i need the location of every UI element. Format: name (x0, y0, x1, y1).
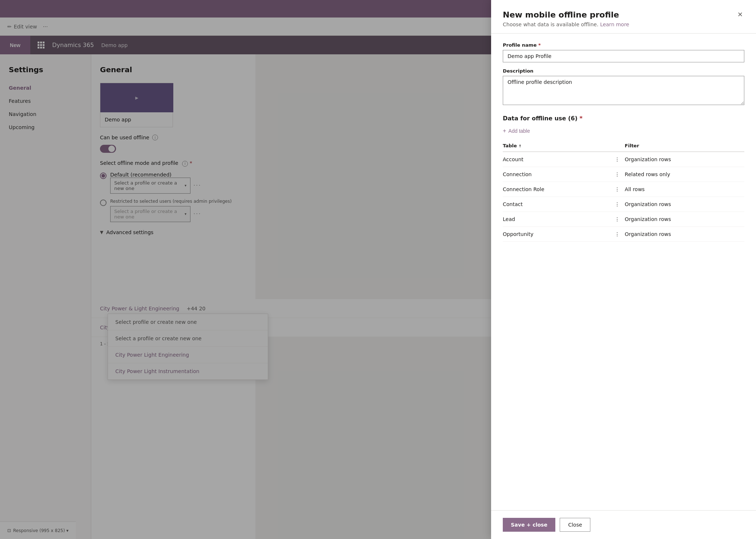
row-filter: Organization rows (625, 212, 744, 227)
profile-name-required: * (538, 42, 541, 48)
row-table-name: Lead (503, 212, 610, 227)
data-section-title: Data for offline use (6) * (503, 115, 583, 122)
row-actions-menu[interactable]: ⋮ (610, 197, 625, 212)
row-filter: Organization rows (625, 152, 744, 167)
description-textarea[interactable]: Offline profile description (503, 76, 744, 105)
row-table-name: Opportunity (503, 227, 610, 242)
table-row: Contact ⋮ Organization rows (503, 197, 744, 212)
close-button[interactable]: Close (560, 518, 590, 532)
table-col-header[interactable]: Table ↑ (503, 140, 610, 152)
description-field-group: Description Offline profile description (503, 68, 744, 106)
row-table-name: Connection (503, 167, 610, 182)
data-section-header: Data for offline use (6) * (503, 115, 744, 122)
row-table-name: Connection Role (503, 182, 610, 197)
row-filter: All rows (625, 182, 744, 197)
table-row: Connection Role ⋮ All rows (503, 182, 744, 197)
row-table-name: Contact (503, 197, 610, 212)
offline-data-table: Table ↑ Filter Account ⋮ Organization ro… (503, 140, 744, 242)
sort-arrow-icon: ↑ (518, 144, 521, 148)
modal-body: Profile name * Description Offline profi… (491, 34, 756, 510)
profile-name-field-group: Profile name * (503, 42, 744, 62)
modal-header: New mobile offline profile Choose what d… (491, 0, 756, 34)
filter-col-header: Filter (625, 140, 744, 152)
plus-icon: + (503, 128, 506, 134)
add-table-button[interactable]: + Add table (503, 128, 530, 134)
table-row: Connection ⋮ Related rows only (503, 167, 744, 182)
row-filter: Related rows only (625, 167, 744, 182)
save-close-button[interactable]: Save + close (503, 518, 555, 532)
table-row: Account ⋮ Organization rows (503, 152, 744, 167)
row-actions-menu[interactable]: ⋮ (610, 212, 625, 227)
row-actions-menu[interactable]: ⋮ (610, 167, 625, 182)
table-header-row: Table ↑ Filter (503, 140, 744, 152)
actions-col-header (610, 140, 625, 152)
row-actions-menu[interactable]: ⋮ (610, 152, 625, 167)
modal-subtitle: Choose what data is available offline. L… (503, 22, 744, 27)
profile-name-input[interactable] (503, 50, 744, 62)
table-row: Lead ⋮ Organization rows (503, 212, 744, 227)
row-filter: Organization rows (625, 197, 744, 212)
modal-footer: Save + close Close (491, 510, 756, 539)
description-label: Description (503, 68, 744, 74)
modal-panel: New mobile offline profile Choose what d… (491, 0, 756, 539)
row-actions-menu[interactable]: ⋮ (610, 227, 625, 242)
profile-name-label: Profile name * (503, 42, 744, 48)
row-actions-menu[interactable]: ⋮ (610, 182, 625, 197)
data-section-required: * (579, 115, 582, 122)
row-table-name: Account (503, 152, 610, 167)
modal-title: New mobile offline profile (503, 10, 744, 19)
learn-more-link[interactable]: Learn more (600, 22, 629, 27)
modal-close-button[interactable]: ✕ (734, 9, 746, 20)
row-filter: Organization rows (625, 227, 744, 242)
table-row: Opportunity ⋮ Organization rows (503, 227, 744, 242)
